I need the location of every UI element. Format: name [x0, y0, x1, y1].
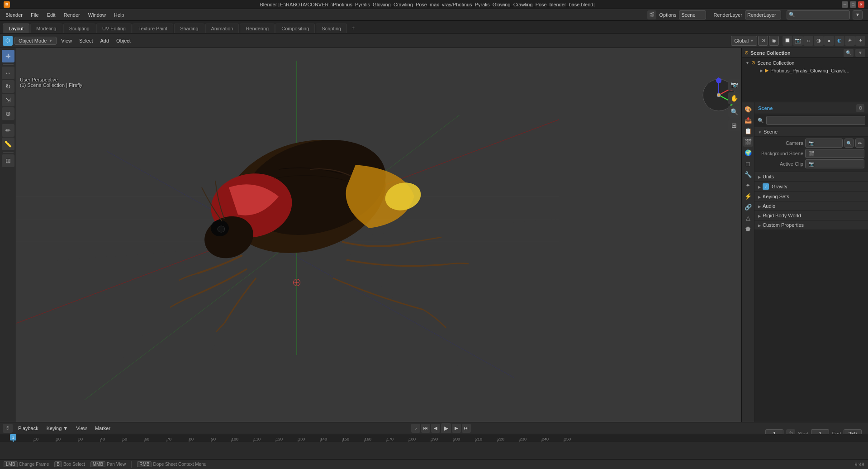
props-content-header: Scene ⚙: [754, 102, 868, 114]
outliner-title: Scene Collection: [750, 50, 791, 56]
play-btn[interactable]: ▶: [441, 423, 451, 433]
perspective-icon[interactable]: 🔲: [783, 36, 792, 46]
show-overlay-icon[interactable]: ○: [803, 36, 813, 46]
tab-compositing[interactable]: Compositing: [275, 24, 315, 33]
gravity-checkbox[interactable]: ✓: [763, 183, 769, 190]
tab-animation[interactable]: Animation: [205, 24, 239, 33]
active-clip-value[interactable]: 📷: [805, 159, 864, 168]
outliner-filter-icon[interactable]: ▼: [855, 49, 865, 57]
tool-measure[interactable]: 📏: [2, 138, 14, 150]
tab-sculpting[interactable]: Sculpting: [63, 24, 95, 33]
tab-modeling[interactable]: Modeling: [30, 24, 62, 33]
scene-section-header[interactable]: Scene: [754, 127, 868, 137]
outliner-search-icon[interactable]: 🔍: [844, 49, 854, 57]
filter-button[interactable]: ▼: [853, 10, 863, 19]
prop-particles-icon[interactable]: ✦: [743, 180, 753, 190]
tab-layout[interactable]: Layout: [3, 24, 29, 33]
gravity-section-header[interactable]: ✓ Gravity: [754, 182, 868, 192]
camera-icon[interactable]: 📷: [793, 36, 803, 46]
menu-window[interactable]: Window: [85, 11, 109, 19]
tool-cursor[interactable]: ✛: [2, 50, 14, 62]
prop-constraints-icon[interactable]: 🔗: [743, 202, 753, 212]
render-layer-selector[interactable]: RenderLayer: [745, 10, 781, 19]
prop-object-icon[interactable]: ◻: [743, 158, 753, 168]
object-mode-dropdown[interactable]: Object Mode ▼: [14, 37, 57, 45]
tab-uv-editing[interactable]: UV Editing: [96, 24, 132, 33]
prop-output-icon[interactable]: 📤: [743, 115, 753, 125]
prop-modifier-icon[interactable]: 🔧: [743, 169, 753, 179]
add-workspace-button[interactable]: +: [348, 23, 358, 33]
tab-scripting[interactable]: Scripting: [316, 24, 347, 33]
snap-icon[interactable]: ⊙: [758, 36, 768, 46]
menu-blender[interactable]: Blender: [2, 11, 26, 19]
tool-annotate[interactable]: ✏: [2, 124, 14, 137]
prop-physics-icon[interactable]: ⚡: [743, 191, 753, 201]
tool-move[interactable]: ↔: [2, 67, 14, 79]
custom-props-header[interactable]: Custom Properties: [754, 220, 868, 230]
tool-scale[interactable]: ⇲: [2, 94, 14, 106]
menu-help[interactable]: Help: [110, 11, 128, 19]
viewport-3d[interactable]: User Perspective (1) Scene Collection | …: [16, 48, 741, 422]
svg-point-32: [718, 94, 720, 96]
close-button[interactable]: ✕: [858, 1, 864, 8]
tab-rendering[interactable]: Rendering: [240, 24, 275, 33]
camera-new-btn[interactable]: ✏: [855, 139, 864, 148]
shading-render[interactable]: ☀: [845, 36, 855, 46]
audio-section-header[interactable]: Audio: [754, 201, 868, 211]
props-search-input[interactable]: [766, 116, 865, 125]
view-menu[interactable]: View: [73, 425, 90, 432]
prop-material-icon[interactable]: ⬟: [743, 224, 753, 234]
key-icon[interactable]: ⬦: [411, 424, 420, 433]
camera-browse-btn[interactable]: 🔍: [844, 139, 854, 148]
tab-shading[interactable]: Shading: [174, 24, 204, 33]
rigid-body-header[interactable]: Rigid Body World: [754, 211, 868, 220]
view-zoom-icon[interactable]: 🔍: [728, 106, 740, 118]
add-menu[interactable]: Add: [98, 37, 112, 44]
camera-value[interactable]: 📷: [805, 139, 843, 148]
prop-view-layer-icon[interactable]: 📋: [743, 126, 753, 136]
next-frame-btn[interactable]: ▶: [452, 424, 461, 433]
units-section-header[interactable]: Units: [754, 172, 868, 182]
marker-menu[interactable]: Marker: [92, 425, 113, 432]
prop-world-icon[interactable]: 🌍: [743, 148, 753, 158]
keying-menu[interactable]: Keying ▼: [44, 425, 71, 432]
transform-space[interactable]: Global ▼: [731, 36, 757, 46]
outliner-scene-collection[interactable]: ▼ ⊙ Scene Collection: [744, 59, 866, 67]
shading-rendered[interactable]: ✦: [855, 36, 865, 46]
timeline-ruler[interactable]: 1 1 10 20 30 40 50 60: [0, 434, 868, 442]
view-menu[interactable]: View: [58, 37, 75, 44]
search-bar[interactable]: 🔍: [787, 10, 850, 19]
keying-sets-header[interactable]: Keying Sets: [754, 192, 868, 201]
view-grid-icon[interactable]: ⊞: [728, 120, 740, 131]
maximize-button[interactable]: □: [850, 1, 856, 8]
prev-frame-btn[interactable]: ◀: [431, 424, 440, 433]
tool-transform[interactable]: ⊕: [2, 107, 14, 120]
scene-selector[interactable]: Scene: [679, 10, 706, 19]
prop-data-icon[interactable]: △: [743, 213, 753, 223]
tool-add[interactable]: ⊞: [2, 154, 14, 167]
menu-render[interactable]: Render: [60, 11, 84, 19]
minimize-button[interactable]: ─: [842, 1, 848, 8]
gravity-chevron: [758, 184, 761, 189]
menu-edit[interactable]: Edit: [43, 11, 59, 19]
shading-solid[interactable]: ●: [824, 36, 834, 46]
prop-render-icon[interactable]: 🎨: [743, 104, 753, 114]
playback-menu[interactable]: Playback: [15, 425, 41, 432]
view-hand-icon[interactable]: ✋: [728, 92, 740, 104]
workspace-tabs: Layout Modeling Sculpting UV Editing Tex…: [0, 21, 868, 34]
outliner-object[interactable]: ▶ ▶ Photinus_Pyralis_Glowing_Crawling_Po…: [751, 67, 866, 74]
tab-texture-paint[interactable]: Texture Paint: [133, 24, 173, 33]
jump-start-btn[interactable]: ⏮: [421, 424, 430, 433]
props-options-icon[interactable]: ⚙: [856, 104, 864, 112]
select-menu[interactable]: Select: [76, 37, 96, 44]
tool-rotate[interactable]: ↻: [2, 80, 14, 93]
menu-file[interactable]: File: [27, 11, 43, 19]
jump-end-btn[interactable]: ⏭: [462, 424, 471, 433]
proportional-icon[interactable]: ◉: [769, 36, 779, 46]
object-menu[interactable]: Object: [114, 37, 133, 44]
view-camera-icon[interactable]: 📷: [728, 79, 740, 91]
xray-icon[interactable]: ◑: [814, 36, 824, 46]
shading-material[interactable]: ◐: [835, 36, 844, 46]
prop-scene-icon[interactable]: 🎬: [743, 137, 753, 147]
background-scene-value[interactable]: 🎬: [805, 149, 864, 158]
